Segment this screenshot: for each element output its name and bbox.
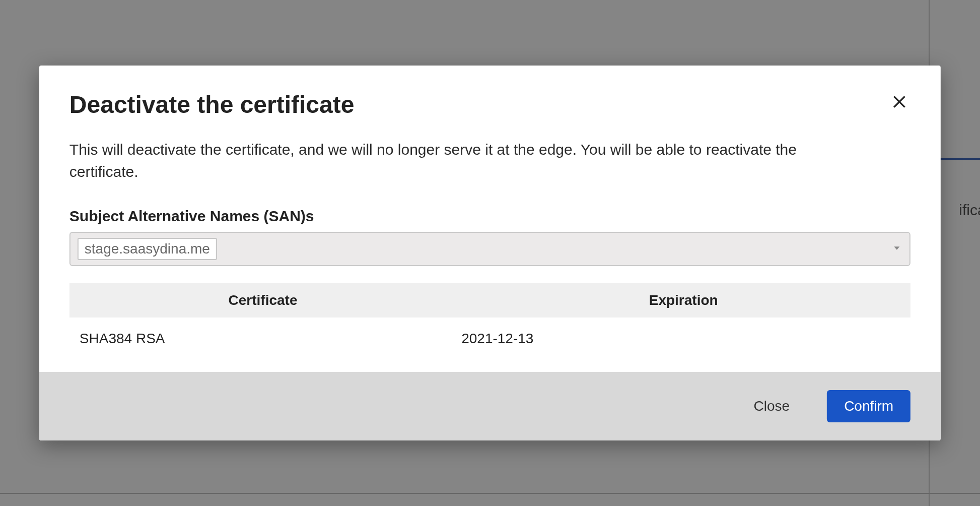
chevron-down-icon: [891, 242, 902, 256]
svg-marker-2: [894, 246, 900, 249]
close-icon: [891, 104, 907, 111]
san-chip: stage.saasydina.me: [78, 238, 217, 260]
modal-description: This will deactivate the certificate, an…: [69, 139, 825, 182]
modal-footer: Close Confirm: [39, 372, 941, 440]
cell-certificate: SHA384 RSA: [69, 318, 456, 352]
modal-title: Deactivate the certificate: [69, 91, 355, 118]
col-certificate: Certificate: [69, 283, 456, 318]
close-button[interactable]: Close: [737, 390, 807, 422]
deactivate-certificate-modal: Deactivate the certificate This will dea…: [39, 66, 941, 440]
table-header-row: Certificate Expiration: [69, 283, 911, 318]
san-select[interactable]: stage.saasydina.me: [69, 232, 911, 266]
confirm-button[interactable]: Confirm: [827, 390, 911, 422]
san-label: Subject Alternative Names (SAN)s: [69, 208, 911, 225]
cell-expiration: 2021-12-13: [456, 318, 911, 352]
close-icon-button[interactable]: [888, 91, 911, 113]
certificate-table: Certificate Expiration SHA384 RSA 2021-1…: [69, 283, 911, 352]
col-expiration: Expiration: [456, 283, 911, 318]
table-row: SHA384 RSA 2021-12-13: [69, 318, 911, 352]
